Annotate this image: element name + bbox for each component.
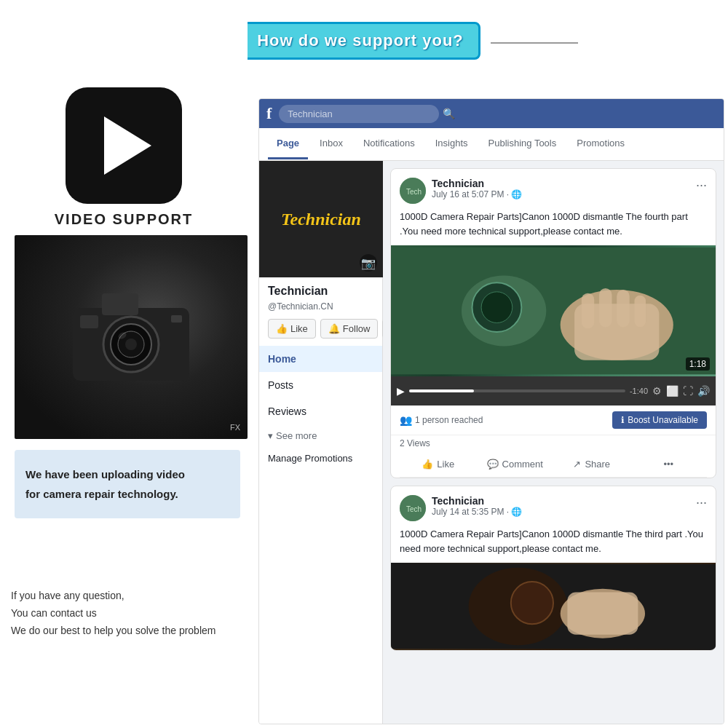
fb-main-feed[interactable]: Tech Technician July 16 at 5:07 PM · 🌐 ·… — [383, 161, 724, 724]
people-icon: 👥 — [400, 414, 412, 426]
fb-like-react[interactable]: 👍 Like — [400, 454, 477, 474]
fb-post-2-meta: Technician July 14 at 5:35 PM · 🌐 — [432, 495, 696, 517]
like-label: Like — [290, 323, 308, 334]
camera-inner — [15, 235, 248, 439]
boost-label: Boost Unavailable — [628, 415, 698, 425]
fb-post-1-more[interactable]: ··· — [696, 178, 707, 193]
sidebar-item-posts[interactable]: Posts — [259, 372, 382, 398]
fb-post-1-text: 1000D Camera Repair Parts]Canon 1000D di… — [391, 210, 716, 245]
like-button[interactable]: 👍 Like — [268, 319, 316, 339]
contact-text-section: If you have any question, You can contac… — [11, 590, 244, 642]
video-support-section: VIDEO SUPPORT FX We h — [15, 87, 233, 518]
sidebar-see-more[interactable]: ▾ See more — [259, 424, 382, 447]
fb-post-1-stats: 👥 1 person reached ℹ Boost Unavailable — [391, 405, 716, 435]
fb-post-1-meta: Technician July 16 at 5:07 PM · 🌐 — [432, 178, 696, 199]
fb-comment-react[interactable]: 💬 Comment — [477, 454, 554, 474]
fb-post-2: Tech Technician July 14 at 5:35 PM · 🌐 ·… — [390, 486, 716, 651]
fb-video-remaining: -1:40 — [630, 387, 648, 395]
fb-views: 2 Views — [391, 435, 716, 451]
fb-search-icon[interactable]: 🔍 — [443, 108, 455, 119]
fb-settings-icon[interactable]: ⚙ — [652, 385, 662, 397]
fb-nav: Page Inbox Notifications Insights Publis… — [259, 128, 724, 161]
blue-text-box: We have been uploading video for camera … — [15, 450, 240, 518]
fb-share-react[interactable]: ↗ Share — [553, 454, 630, 474]
fb-post-1-video-thumb: 1:18 — [391, 245, 716, 376]
video-icon-box — [66, 87, 182, 204]
fb-post-2-avatar: Tech — [400, 495, 426, 521]
fb-post-2-header: Tech Technician July 14 at 5:35 PM · 🌐 ·… — [391, 486, 716, 527]
see-more-label: See more — [276, 430, 317, 441]
camera-image: FX — [15, 235, 248, 439]
facebook-panel: f 🔍 Page Inbox Notifications Insights Pu… — [258, 98, 724, 724]
camera-brand-label: FX — [230, 423, 240, 432]
sidebar-manage-promotions[interactable]: Manage Promotions — [259, 447, 382, 470]
contact-line2: You can contact us — [11, 607, 244, 619]
left-panel: VIDEO SUPPORT FX We h — [0, 0, 248, 728]
fb-progress-bar[interactable] — [409, 389, 625, 392]
fb-page-cover: Technician 📷 — [259, 161, 383, 277]
facebook-logo: f — [266, 104, 272, 123]
fb-sidebar: Technician 📷 Technician @Technician.CN 👍… — [259, 161, 383, 724]
svg-point-14 — [481, 292, 513, 323]
tab-page[interactable]: Page — [268, 129, 308, 159]
fb-post-2-video-thumb — [391, 563, 716, 650]
header-title: How do we support you? — [257, 31, 464, 50]
sidebar-item-home[interactable]: Home — [259, 346, 382, 372]
svg-text:Tech: Tech — [406, 188, 422, 196]
fb-progress-fill — [409, 389, 474, 392]
fb-post-1-video-controls[interactable]: ▶ -1:40 ⚙ ⬜ ⛶ 🔊 — [391, 376, 716, 405]
fb-play-button[interactable]: ▶ — [397, 385, 405, 397]
info-icon: ℹ — [621, 415, 625, 425]
svg-rect-17 — [582, 293, 594, 328]
tab-notifications[interactable]: Notifications — [355, 129, 424, 159]
contact-line3: We do our best to help you solve the pro… — [11, 625, 244, 636]
fb-post-2-date: July 14 at 5:35 PM · 🌐 — [432, 507, 696, 517]
fb-post-1-date: July 16 at 5:07 PM · 🌐 — [432, 189, 696, 199]
svg-rect-19 — [617, 290, 629, 327]
more-react-icon: ••• — [663, 459, 673, 470]
fb-airplay-icon[interactable]: ⬜ — [666, 385, 678, 397]
play-icon — [104, 116, 151, 175]
fb-content: Technician 📷 Technician @Technician.CN 👍… — [259, 161, 724, 724]
fb-video-icons: ⚙ ⬜ ⛶ 🔊 — [652, 385, 710, 397]
fb-post-1: Tech Technician July 16 at 5:07 PM · 🌐 ·… — [390, 168, 716, 478]
comment-icon: 💬 — [487, 459, 499, 470]
fb-post-2-more[interactable]: ··· — [696, 495, 707, 510]
fb-post-1-author: Technician — [432, 178, 696, 189]
chevron-down-icon: ▾ — [268, 430, 273, 441]
reached-text: 1 person reached — [415, 415, 483, 425]
fb-post-2-author: Technician — [432, 495, 696, 507]
tab-publishing-tools[interactable]: Publishing Tools — [480, 129, 566, 159]
tab-promotions[interactable]: Promotions — [568, 129, 633, 159]
fb-topbar: f 🔍 — [259, 99, 724, 128]
contact-line1: If you have any question, — [11, 590, 244, 601]
fb-sidebar-menu: Home Posts Reviews ▾ See more Manage Pro… — [259, 346, 382, 470]
follow-button[interactable]: 🔔 Follow — [320, 319, 379, 339]
fb-reaction-bar: 👍 Like 💬 Comment ↗ Share ••• — [400, 451, 707, 478]
comment-label: Comment — [502, 459, 543, 470]
video-support-label: VIDEO SUPPORT — [15, 211, 233, 228]
fb-action-buttons: 👍 Like 🔔 Follow ↗ Share ··· — [259, 319, 382, 346]
fb-fullscreen-icon[interactable]: ⛶ — [683, 385, 693, 397]
blue-text-line1: We have been uploading video — [25, 464, 229, 484]
like-react-icon: 👍 — [422, 459, 433, 470]
fb-cover-camera-icon[interactable]: 📷 — [360, 254, 377, 272]
fb-reached: 👥 1 person reached — [400, 414, 483, 426]
tab-inbox[interactable]: Inbox — [311, 129, 352, 159]
fb-post-2-text: 1000D Camera Repair Parts]Canon 1000D di… — [391, 527, 716, 563]
svg-text:Tech: Tech — [406, 505, 422, 513]
fb-more-react[interactable]: ••• — [630, 454, 708, 474]
fb-page-handle: @Technician.CN — [259, 301, 382, 319]
fb-post-1-header: Tech Technician July 16 at 5:07 PM · 🌐 ·… — [391, 169, 716, 210]
follow-icon: 🔔 — [328, 323, 340, 334]
boost-button[interactable]: ℹ Boost Unavailable — [612, 411, 707, 429]
fb-volume-icon[interactable]: 🔊 — [697, 385, 710, 397]
svg-rect-20 — [635, 296, 646, 328]
svg-point-5 — [125, 339, 137, 350]
like-icon: 👍 — [276, 323, 288, 334]
svg-rect-27 — [567, 593, 638, 635]
fb-search-input[interactable] — [279, 105, 439, 123]
header-banner-box: How do we support you? — [240, 22, 480, 60]
sidebar-item-reviews[interactable]: Reviews — [259, 398, 382, 424]
tab-insights[interactable]: Insights — [427, 129, 477, 159]
